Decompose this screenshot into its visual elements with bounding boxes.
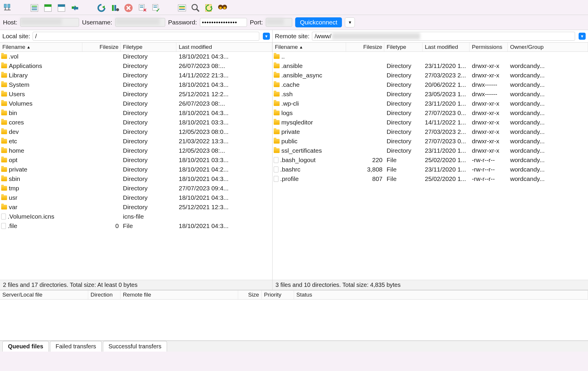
toggle-local-tree-button[interactable]	[42, 2, 54, 14]
toggle-queue-button[interactable]	[69, 2, 81, 14]
queue-col-size[interactable]: Size	[238, 290, 262, 299]
local-file-pane: Filename▲ Filesize Filetype Last modifie…	[0, 43, 273, 290]
file-row[interactable]: VolumesDirectory26/07/2023 08:...	[0, 99, 272, 108]
local-col-modified[interactable]: Last modified	[176, 43, 272, 51]
file-row[interactable]: optDirectory18/10/2021 03:3...	[0, 155, 272, 165]
file-row[interactable]: binDirectory18/10/2021 04:3...	[0, 108, 272, 118]
file-row[interactable]: .ansibleDirectory23/11/2020 1...drwxr-xr…	[273, 61, 588, 71]
file-name: .wp-cli	[281, 100, 299, 107]
folder-icon	[274, 73, 280, 78]
local-path-input[interactable]: /	[33, 32, 259, 41]
svg-marker-13	[102, 6, 105, 9]
remote-col-owner[interactable]: Owner/Group	[508, 43, 588, 51]
queue-col-status[interactable]: Status	[294, 290, 588, 299]
tab-failed-transfers[interactable]: Failed transfers	[50, 341, 102, 352]
file-row[interactable]: .bash_logout220File25/02/2020 1...-rw-r-…	[273, 155, 588, 165]
file-row[interactable]: privateDirectory27/03/2023 2...drwxr-xr-…	[273, 127, 588, 137]
remote-col-filesize[interactable]: Filesize	[346, 43, 384, 51]
file-row[interactable]: .profile807File25/02/2020 1...-rw-r--r--…	[273, 174, 588, 184]
file-name: bin	[9, 109, 17, 117]
file-row[interactable]: homeDirectory12/05/2023 08:...	[0, 146, 272, 155]
queue-body[interactable]	[0, 300, 588, 341]
folder-icon	[1, 167, 7, 172]
quickconnect-history-dropdown[interactable]: ▼	[345, 17, 355, 27]
file-row[interactable]: sbinDirectory18/10/2021 04:3...	[0, 174, 272, 184]
queue-col-priority[interactable]: Priority	[262, 290, 294, 299]
filter-button[interactable]	[176, 2, 188, 14]
remote-col-permissions[interactable]: Permissions	[470, 43, 508, 51]
file-row[interactable]: logsDirectory27/07/2023 0...drwxr-xr-xwo…	[273, 108, 588, 118]
remote-site-label: Remote site:	[275, 33, 310, 40]
queue-col-direction[interactable]: Direction	[88, 290, 121, 299]
host-input[interactable]	[20, 18, 79, 27]
file-name: logs	[281, 109, 293, 117]
file-row[interactable]: coresDirectory18/10/2021 03:3...	[0, 118, 272, 127]
folder-icon	[1, 64, 7, 68]
local-col-filename[interactable]: Filename▲	[0, 43, 82, 51]
site-path-bars: Local site: / ▼ Remote site: /www/ ▼	[0, 30, 588, 43]
file-row[interactable]: privateDirectory18/10/2021 04:2...	[0, 165, 272, 174]
file-row[interactable]: .wp-cliDirectory23/11/2020 1...drwxr-xr-…	[273, 99, 588, 108]
file-row[interactable]: .file0File18/10/2021 04:3...	[0, 221, 272, 231]
folder-icon	[1, 129, 7, 134]
file-row[interactable]: .ansible_asyncDirectory27/03/2023 2...dr…	[273, 71, 588, 80]
file-row[interactable]: varDirectory25/12/2021 12:3...	[0, 202, 272, 212]
file-name: mysqleditor	[281, 119, 313, 126]
toggle-message-log-button[interactable]	[28, 2, 41, 14]
tab-successful-transfers[interactable]: Successful transfers	[103, 341, 167, 352]
tab-queued-files[interactable]: Queued files	[2, 341, 49, 352]
cancel-button[interactable]	[122, 2, 135, 14]
local-file-list[interactable]: .volDirectory18/10/2021 04:3...Applicati…	[0, 52, 272, 280]
remote-file-list[interactable]: ...ansibleDirectory23/11/2020 1...drwxr-…	[273, 52, 588, 280]
folder-icon	[274, 139, 280, 144]
file-row[interactable]: mysqleditorDirectory14/11/2022 1...drwxr…	[273, 118, 588, 127]
file-row[interactable]: UsersDirectory25/12/2021 12:2...	[0, 89, 272, 99]
file-row[interactable]: tmpDirectory27/07/2023 09:4...	[0, 184, 272, 193]
folder-icon	[1, 186, 7, 191]
file-name: .bash_logout	[280, 157, 315, 164]
file-row[interactable]: LibraryDirectory14/11/2022 21:3...	[0, 71, 272, 80]
folder-icon	[274, 92, 280, 97]
remote-path-dropdown[interactable]: ▼	[579, 33, 586, 40]
queue-col-server[interactable]: Server/Local file	[0, 290, 88, 299]
file-row[interactable]: usrDirectory18/10/2021 04:3...	[0, 193, 272, 202]
password-input[interactable]	[200, 18, 247, 27]
file-row[interactable]: .volDirectory18/10/2021 04:3...	[0, 52, 272, 61]
file-name: Volumes	[9, 100, 33, 107]
port-input[interactable]	[266, 18, 292, 27]
file-row[interactable]: .bashrc3,808File23/11/2020 1...-rw-r--r-…	[273, 165, 588, 174]
compare-button[interactable]	[203, 2, 215, 14]
file-row[interactable]: ..	[273, 52, 588, 61]
file-row[interactable]: ApplicationsDirectory26/07/2023 08:...	[0, 61, 272, 71]
file-row[interactable]: etcDirectory21/03/2022 13:3...	[0, 137, 272, 146]
remote-status: 3 files and 10 directories. Total size: …	[273, 280, 588, 290]
toggle-remote-tree-button[interactable]	[55, 2, 68, 14]
remote-col-modified[interactable]: Last modified	[422, 43, 470, 51]
local-col-filetype[interactable]: Filetype	[121, 43, 176, 51]
svg-point-16	[116, 8, 119, 11]
file-row[interactable]: ssl_certificatesDirectory23/11/2020 1...…	[273, 146, 588, 155]
file-icon	[274, 157, 278, 163]
process-queue-button[interactable]	[109, 2, 121, 14]
local-path-dropdown[interactable]: ▼	[263, 33, 270, 40]
file-row[interactable]: .cacheDirectory20/06/2022 1...drwx------…	[273, 80, 588, 89]
local-col-filesize[interactable]: Filesize	[82, 43, 121, 51]
file-row[interactable]: .VolumeIcon.icnsicns-file	[0, 212, 272, 221]
disconnect-button[interactable]: ✕	[136, 2, 148, 14]
remote-col-filetype[interactable]: Filetype	[384, 43, 422, 51]
queue-col-remote[interactable]: Remote file	[121, 290, 238, 299]
file-row[interactable]: SystemDirectory18/10/2021 04:3...	[0, 80, 272, 89]
remote-path-input[interactable]: /www/	[312, 32, 575, 41]
file-row[interactable]: devDirectory12/05/2023 08:0...	[0, 127, 272, 137]
quickconnect-button[interactable]: Quickconnect	[295, 17, 342, 27]
remote-col-filename[interactable]: Filename▲	[273, 43, 346, 51]
refresh-button[interactable]	[95, 2, 108, 14]
username-input[interactable]	[115, 18, 165, 27]
reconnect-button[interactable]: ✓	[149, 2, 162, 14]
sync-browsing-button[interactable]	[216, 2, 229, 14]
file-row[interactable]: publicDirectory27/07/2023 0...drwxr-xr-x…	[273, 137, 588, 146]
search-button[interactable]	[189, 2, 202, 14]
site-manager-button[interactable]	[2, 2, 14, 14]
file-name: .profile	[280, 175, 299, 182]
file-row[interactable]: .sshDirectory23/05/2023 1...drwx------wo…	[273, 89, 588, 99]
